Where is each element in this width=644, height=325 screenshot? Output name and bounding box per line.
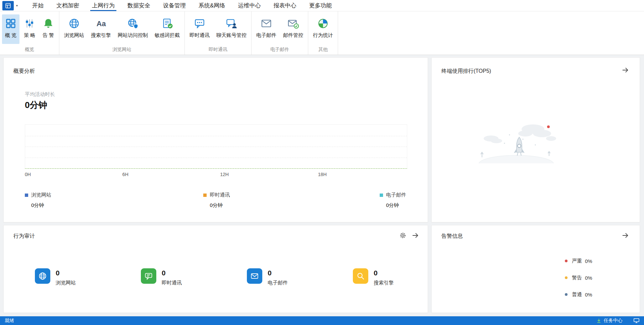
ribbon-btn-email[interactable]: 电子邮件 (254, 14, 279, 44)
tab-data-security[interactable]: 数据安全 (121, 0, 157, 11)
tab-internet-behavior[interactable]: 上网行为 (86, 0, 121, 11)
x-tick: 6H (122, 172, 128, 177)
avg-activity-label: 平均活动时长 (25, 91, 55, 98)
tab-start[interactable]: 开始 (26, 0, 50, 11)
chat-bubble-icon (194, 17, 206, 30)
ribbon-btn-alert[interactable]: 告 警 (40, 14, 57, 44)
tab-device-management[interactable]: 设备管理 (157, 0, 192, 11)
envelope-icon (260, 17, 272, 30)
sliders-icon (23, 17, 36, 30)
ribbon-btn-label: 行为统计 (313, 32, 333, 39)
envelope-check-icon (287, 17, 299, 30)
tab-report-center[interactable]: 报表中心 (267, 0, 303, 11)
legend-item: 电子邮件 0分钟 (380, 192, 406, 209)
legend-value: 0分钟 (386, 202, 406, 209)
envelope-icon (247, 268, 262, 284)
legend-label: 电子邮件 (386, 192, 406, 198)
status-bar: 就绪 任务中心 (0, 316, 644, 325)
alert-row-normal: 普通 0% (565, 291, 592, 298)
ribbon-group-browse-web: 浏览网站 Aa 搜索引擎 网站访问控制 敏感词拦截 浏览网站 (59, 11, 185, 55)
panel-title: 行为审计 (13, 233, 35, 240)
arrow-right-icon[interactable] (412, 232, 419, 239)
ribbon-toolbar: 概 览 策 略 告 警 概览 浏览网站 (0, 11, 644, 55)
terminal-top5-panel: 终端使用排行(TOP5) (431, 57, 640, 222)
download-icon[interactable] (596, 318, 601, 323)
alert-info-panel: 告警信息 严重 0% 警告 0% 普通 0% (431, 225, 640, 313)
task-center-label[interactable]: 任务中心 (604, 318, 623, 324)
tab-system-network[interactable]: 系统&网络 (192, 0, 231, 11)
app-menu-button[interactable]: ▾ (0, 0, 21, 11)
chart-legend: 浏览网站 0分钟 即时通讯 0分钟 电子邮件 0分钟 (25, 192, 407, 215)
ribbon-btn-browse-web[interactable]: 浏览网站 (61, 14, 87, 44)
x-tick: 18H (318, 172, 327, 177)
ribbon-btn-label: 浏览网站 (64, 32, 84, 39)
chart-gridline (25, 147, 407, 147)
alert-row-critical: 严重 0% (565, 258, 592, 264)
ribbon-group-label: 其他 (310, 44, 336, 55)
chat-person-icon (225, 17, 237, 30)
ribbon-btn-search-engine[interactable]: Aa 搜索引擎 (88, 14, 114, 44)
dashboard-content: 概要分析 平均活动时长 0分钟 0H 6H 12H 18H 浏览网站 0分钟 (0, 55, 644, 316)
severity-value: 0% (585, 275, 592, 281)
magnifier-icon (353, 268, 368, 284)
audit-stats-row: 0 浏览网站 0 即时通讯 0 电子邮件 (4, 268, 428, 286)
menu-bar: ▾ 开始 文档加密 上网行为 数据安全 设备管理 系统&网络 运维中心 报表中心… (0, 0, 644, 11)
gear-icon[interactable] (399, 232, 406, 239)
ribbon-group-label: 即时通讯 (187, 44, 249, 55)
stat-label: 浏览网站 (56, 280, 76, 286)
legend-value: 0分钟 (31, 202, 51, 209)
stat-email[interactable]: 0 电子邮件 (247, 268, 322, 286)
legend-marker (380, 194, 383, 197)
ribbon-group-overview: 概 览 策 略 告 警 概览 (0, 11, 59, 55)
ribbon-btn-im[interactable]: 即时通讯 (187, 14, 212, 44)
legend-item: 即时通讯 0分钟 (203, 192, 230, 209)
ribbon-btn-mail-control[interactable]: 邮件管控 (280, 14, 306, 44)
severity-dot (565, 293, 568, 296)
arrow-right-icon[interactable] (622, 232, 629, 239)
panel-title: 概要分析 (13, 68, 35, 75)
stat-search-engine[interactable]: 0 搜索引擎 (353, 268, 428, 286)
ribbon-btn-label: 概 览 (5, 32, 16, 39)
severity-label: 普通 (572, 291, 582, 298)
avg-activity-value: 0分钟 (25, 99, 47, 111)
stat-value: 0 (56, 269, 76, 276)
alert-row-warning: 警告 0% (565, 274, 592, 281)
ribbon-btn-overview[interactable]: 概 览 (2, 14, 19, 44)
ribbon-btn-chat-account-control[interactable]: 聊天账号管控 (214, 14, 249, 44)
app-window-icon (2, 1, 14, 10)
activity-line-chart (25, 124, 407, 169)
ribbon-btn-label: 电子邮件 (256, 32, 276, 39)
arrow-right-icon[interactable] (622, 66, 629, 74)
tab-more-functions[interactable]: 更多功能 (303, 0, 338, 11)
tab-ops-center[interactable]: 运维中心 (231, 0, 267, 11)
ribbon-btn-behavior-stats[interactable]: 行为统计 (310, 14, 336, 44)
ribbon-btn-label: 网站访问控制 (118, 32, 148, 39)
stat-browse-web[interactable]: 0 浏览网站 (35, 268, 110, 286)
panel-title: 终端使用排行(TOP5) (441, 68, 491, 75)
stat-im[interactable]: 0 即时通讯 (141, 268, 216, 286)
severity-value: 0% (585, 292, 592, 297)
menu-tabs: 开始 文档加密 上网行为 数据安全 设备管理 系统&网络 运维中心 报表中心 更… (26, 0, 338, 11)
globe-icon (35, 268, 50, 284)
empty-state-illustration (473, 120, 560, 163)
legend-label: 浏览网站 (31, 192, 51, 198)
monitor-icon[interactable] (634, 318, 639, 323)
severity-value: 0% (585, 258, 592, 264)
tab-doc-encryption[interactable]: 文档加密 (50, 0, 86, 11)
stat-value: 0 (268, 269, 288, 276)
ribbon-btn-policy[interactable]: 策 略 (21, 14, 38, 44)
stat-label: 电子邮件 (268, 280, 288, 286)
svg-text:Aa: Aa (97, 19, 106, 28)
ribbon-btn-web-access-control[interactable]: 网站访问控制 (115, 14, 151, 44)
ribbon-group-email: 电子邮件 邮件管控 电子邮件 (252, 11, 308, 55)
summary-analysis-panel: 概要分析 平均活动时长 0分钟 0H 6H 12H 18H 浏览网站 0分钟 (3, 57, 428, 222)
ribbon-group-other: 行为统计 其他 (308, 11, 338, 55)
legend-label: 即时通讯 (210, 192, 230, 198)
x-tick: 0H (25, 172, 31, 177)
stat-value: 0 (162, 269, 182, 276)
stat-label: 即时通讯 (162, 280, 182, 286)
globe-shield-icon (127, 17, 139, 30)
document-check-icon (161, 17, 173, 30)
ribbon-btn-sensitive-word-block[interactable]: 敏感词拦截 (152, 14, 182, 44)
alert-severity-list: 严重 0% 警告 0% 普通 0% (565, 258, 592, 308)
